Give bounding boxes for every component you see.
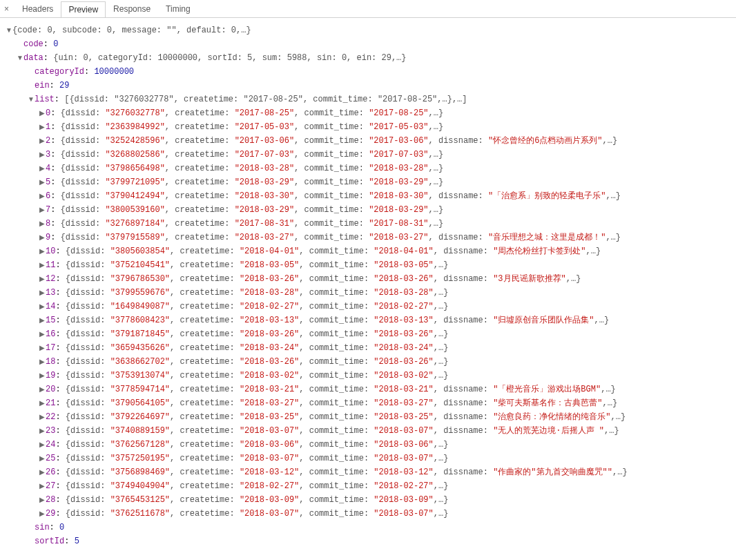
disclosure-triangle-icon[interactable]: ▶ [39,507,46,521]
list-item-summary: 23: {dissid: "3740889159", createtime: "… [46,424,619,438]
close-icon[interactable]: × [3,4,14,14]
tree-row[interactable]: ▶19: {dissid: "3753913074", createtime: … [6,369,733,383]
tree-row-categoryid[interactable]: ▶ categoryId: 10000000 [6,65,733,79]
key-code: code [23,39,43,49]
list-item-summary: 0: {dissid: "3276032778", createtime: "2… [46,106,443,120]
tree-row[interactable]: ▶12: {dissid: "3796786530", createtime: … [6,272,733,286]
tree-row-ein[interactable]: ▶ ein: 29 [6,79,733,93]
list-item-summary: 6: {dissid: "3790412494", createtime: "2… [46,189,621,203]
tree-row[interactable]: ▶17: {dissid: "3659435626", createtime: … [6,341,733,355]
tree-row-list[interactable]: ▼ list: [{dissid: "3276032778", createti… [6,93,733,106]
tree-row[interactable]: ▶24: {dissid: "3762567128", createtime: … [6,438,733,452]
val-categoryid: 10000000 [94,67,134,77]
tree-row[interactable]: ▶6: {dissid: "3790412494", createtime: "… [6,189,733,203]
tree-row-sortid[interactable]: ▶ sortId: 5 [6,534,733,548]
disclosure-triangle-icon[interactable]: ▼ [6,23,12,37]
tree-row-sin[interactable]: ▶ sin: 0 [6,521,733,534]
data-summary: {uin: 0, categoryId: 10000000, sortId: 5… [53,53,406,63]
tree-row[interactable]: ▶3: {dissid: "3268802586", createtime: "… [6,148,733,162]
tree-row[interactable]: ▶2: {dissid: "3252428596", createtime: "… [6,134,733,148]
list-item-summary: 18: {dissid: "3638662702", createtime: "… [46,355,448,369]
disclosure-triangle-icon[interactable]: ▼ [28,93,35,106]
disclosure-triangle-icon[interactable]: ▶ [39,162,46,175]
tree-row[interactable]: ▶16: {dissid: "3791871845", createtime: … [6,327,733,341]
disclosure-triangle-icon[interactable]: ▶ [39,175,46,189]
disclosure-triangle-icon[interactable]: ▶ [39,231,46,244]
disclosure-triangle-icon[interactable]: ▶ [39,327,46,341]
disclosure-triangle-icon[interactable]: ▶ [39,286,46,300]
key-ein: ein [35,81,50,90]
list-item-summary: 12: {dissid: "3796786530", createtime: "… [46,272,581,286]
key-categoryid: categoryId [35,67,84,77]
list-item-summary: 16: {dissid: "3791871845", createtime: "… [46,327,448,341]
tree-row[interactable]: ▶26: {dissid: "3756898469", createtime: … [6,465,733,479]
list-item-summary: 7: {dissid: "3800539160", createtime: "2… [46,203,443,217]
tree-row[interactable]: ▶13: {dissid: "3799559676", createtime: … [6,286,733,300]
disclosure-triangle-icon[interactable]: ▶ [39,300,46,313]
disclosure-triangle-icon[interactable]: ▶ [39,148,46,162]
tree-row[interactable]: ▶11: {dissid: "3752104541", createtime: … [6,258,733,272]
disclosure-triangle-icon[interactable]: ▶ [39,479,46,493]
disclosure-triangle-icon[interactable]: ▶ [39,313,46,327]
json-tree: ▼ {code: 0, subcode: 0, message: "", def… [0,18,736,554]
tree-row[interactable]: ▶29: {dissid: "3762511678", createtime: … [6,507,733,521]
disclosure-triangle-icon[interactable]: ▶ [39,258,46,272]
list-item-summary: 28: {dissid: "3765453125", createtime: "… [46,493,448,507]
disclosure-triangle-icon[interactable]: ▶ [39,383,46,396]
tree-row[interactable]: ▶23: {dissid: "3740889159", createtime: … [6,424,733,438]
disclosure-triangle-icon[interactable]: ▶ [39,203,46,217]
tree-row[interactable]: ▶21: {dissid: "3790564105", createtime: … [6,396,733,410]
tree-row-root[interactable]: ▼ {code: 0, subcode: 0, message: "", def… [6,23,733,37]
tree-row[interactable]: ▶25: {dissid: "3757250195", createtime: … [6,452,733,465]
list-item-summary: 9: {dissid: "3797915589", createtime: "2… [46,231,621,244]
tab-response[interactable]: Response [106,1,158,17]
tree-row[interactable]: ▶5: {dissid: "3799721095", createtime: "… [6,175,733,189]
tree-row[interactable]: ▶10: {dissid: "3805603854", createtime: … [6,244,733,258]
tree-row[interactable]: ▶9: {dissid: "3797915589", createtime: "… [6,231,733,244]
tree-row[interactable]: ▶4: {dissid: "3798656498", createtime: "… [6,162,733,175]
disclosure-triangle-icon[interactable]: ▶ [39,410,46,424]
disclosure-triangle-icon[interactable]: ▶ [39,438,46,452]
tree-row[interactable]: ▶28: {dissid: "3765453125", createtime: … [6,493,733,507]
list-summary: [{dissid: "3276032778", createtime: "201… [64,95,467,104]
tree-row[interactable]: ▶27: {dissid: "3749404904", createtime: … [6,479,733,493]
disclosure-triangle-icon[interactable]: ▶ [39,465,46,479]
tree-row[interactable]: ▶15: {dissid: "3778608423", createtime: … [6,313,733,327]
disclosure-triangle-icon[interactable]: ▶ [39,452,46,465]
disclosure-triangle-icon[interactable]: ▶ [39,134,46,148]
tree-row[interactable]: ▶0: {dissid: "3276032778", createtime: "… [6,106,733,120]
tree-row[interactable]: ▶22: {dissid: "3792264697", createtime: … [6,410,733,424]
tab-timing[interactable]: Timing [158,1,198,17]
disclosure-triangle-icon[interactable]: ▶ [39,493,46,507]
key-sin: sin [35,523,50,532]
disclosure-triangle-icon[interactable]: ▶ [39,120,46,134]
disclosure-triangle-icon[interactable]: ▶ [39,369,46,383]
disclosure-triangle-icon[interactable]: ▶ [39,106,46,120]
disclosure-triangle-icon[interactable]: ▶ [39,341,46,355]
list-item-summary: 20: {dissid: "3778594714", createtime: "… [46,383,616,396]
tree-row[interactable]: ▶14: {dissid: "1649849087", createtime: … [6,300,733,313]
disclosure-triangle-icon[interactable]: ▶ [39,244,46,258]
disclosure-triangle-icon[interactable]: ▶ [39,355,46,369]
tree-row[interactable]: ▶8: {dissid: "3276897184", createtime: "… [6,217,733,231]
list-item-summary: 14: {dissid: "1649849087", createtime: "… [46,300,448,313]
list-item-summary: 26: {dissid: "3756898469", createtime: "… [46,465,628,479]
val-code: 0 [53,39,58,49]
tree-row[interactable]: ▶20: {dissid: "3778594714", createtime: … [6,383,733,396]
disclosure-triangle-icon[interactable]: ▶ [39,424,46,438]
tree-row[interactable]: ▶1: {dissid: "2363984992", createtime: "… [6,120,733,134]
tree-row-code[interactable]: ▶ code: 0 [6,37,733,51]
disclosure-triangle-icon[interactable]: ▶ [39,272,46,286]
disclosure-triangle-icon[interactable]: ▶ [39,396,46,410]
disclosure-triangle-icon[interactable]: ▶ [39,217,46,231]
tree-row[interactable]: ▶18: {dissid: "3638662702", createtime: … [6,355,733,369]
tree-row-data[interactable]: ▼ data: {uin: 0, categoryId: 10000000, s… [6,51,733,65]
key-list: list [35,95,55,104]
disclosure-triangle-icon[interactable]: ▶ [39,189,46,203]
tree-row[interactable]: ▶7: {dissid: "3800539160", createtime: "… [6,203,733,217]
tab-preview[interactable]: Preview [61,1,106,17]
tab-headers[interactable]: Headers [14,1,61,17]
list-item-summary: 13: {dissid: "3799559676", createtime: "… [46,286,448,300]
list-item-summary: 8: {dissid: "3276897184", createtime: "2… [46,217,443,231]
disclosure-triangle-icon[interactable]: ▼ [17,51,23,65]
